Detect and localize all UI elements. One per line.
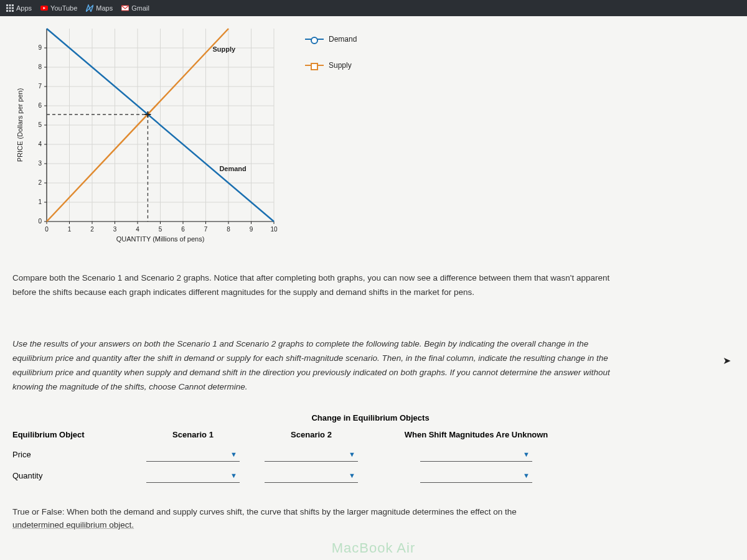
supply-line-icon [305, 65, 324, 66]
gmail-bookmark[interactable]: Gmail [121, 4, 149, 12]
svg-rect-1 [9, 4, 11, 6]
page-content: 0123456789100123456789QUANTITY (Millions… [0, 16, 747, 532]
svg-text:9: 9 [38, 44, 42, 51]
chevron-down-icon: ▼ [523, 472, 530, 479]
dropdown-price-unknown[interactable]: ▼ [420, 448, 532, 462]
chevron-down-icon: ▼ [230, 472, 237, 479]
chevron-down-icon: ▼ [230, 450, 237, 458]
svg-marker-11 [86, 5, 93, 12]
th-equilibrium-object: Equilibrium Object [12, 427, 137, 444]
paragraph-instructions: Use the results of your answers on both … [12, 337, 622, 394]
svg-text:0: 0 [45, 226, 49, 233]
legend-supply[interactable]: Supply [305, 61, 357, 70]
svg-rect-3 [6, 7, 8, 9]
device-watermark: MacBook Air [332, 540, 416, 556]
cursor-icon: ➤ [723, 355, 731, 366]
svg-text:2: 2 [90, 226, 94, 233]
svg-text:3: 3 [38, 160, 42, 167]
svg-rect-0 [6, 4, 8, 6]
dropdown-quantity-scenario2[interactable]: ▼ [265, 469, 358, 483]
th-scenario-1: Scenario 1 [137, 427, 255, 444]
maps-bookmark[interactable]: Maps [86, 4, 113, 12]
dropdown-quantity-unknown[interactable]: ▼ [420, 469, 532, 483]
supply-demand-chart: 0123456789100123456789QUANTITY (Millions… [12, 22, 286, 253]
svg-text:1: 1 [68, 226, 72, 233]
gmail-icon [121, 4, 129, 12]
true-false-question: True or False: When both the demand and … [12, 505, 622, 532]
bookmark-bar: Apps YouTube Maps Gmail [0, 0, 747, 16]
svg-rect-5 [12, 7, 14, 9]
svg-rect-2 [12, 4, 14, 6]
youtube-bookmark[interactable]: YouTube [40, 4, 77, 12]
chevron-down-icon: ▼ [349, 472, 355, 479]
youtube-icon [40, 4, 48, 12]
svg-text:5: 5 [38, 121, 42, 128]
youtube-label: YouTube [50, 4, 77, 12]
table-row: Quantity ▼ ▼ ▼ [12, 465, 585, 487]
svg-text:4: 4 [38, 141, 42, 147]
svg-text:7: 7 [38, 83, 42, 90]
table-row: Price ▼ ▼ ▼ [12, 444, 585, 465]
legend-supply-label: Supply [329, 61, 352, 70]
svg-text:PRICE (Dollars per pen): PRICE (Dollars per pen) [16, 88, 24, 162]
dropdown-price-scenario1[interactable]: ▼ [146, 448, 240, 462]
svg-text:3: 3 [113, 226, 117, 233]
svg-text:Supply: Supply [212, 45, 236, 53]
table-super-header: Change in Equilibrium Objects [156, 413, 585, 422]
row-label-price: Price [12, 444, 137, 465]
maps-label: Maps [96, 4, 113, 12]
th-scenario-2: Scenario 2 [255, 427, 374, 444]
svg-text:4: 4 [136, 226, 139, 233]
svg-text:9: 9 [250, 226, 253, 233]
chevron-down-icon: ▼ [523, 450, 530, 458]
svg-rect-7 [9, 10, 11, 12]
svg-text:2: 2 [38, 179, 42, 186]
apps-grid-icon [6, 4, 14, 12]
th-unknown-magnitudes: When Shift Magnitudes Are Unknown [374, 427, 585, 444]
row-label-quantity: Quantity [12, 465, 137, 487]
legend-demand-label: Demand [329, 35, 357, 44]
svg-text:Demand: Demand [219, 165, 246, 172]
svg-text:7: 7 [204, 226, 208, 233]
svg-rect-4 [9, 7, 11, 9]
paragraph-compare: Compare both the Scenario 1 and Scenario… [12, 271, 622, 300]
dropdown-price-scenario2[interactable]: ▼ [265, 448, 358, 462]
svg-text:0: 0 [38, 218, 42, 225]
svg-text:6: 6 [181, 226, 185, 233]
chevron-down-icon: ▼ [349, 450, 355, 458]
apps-bookmark[interactable]: Apps [6, 4, 32, 12]
chart-legend: Demand Supply [305, 35, 357, 87]
demand-line-icon [305, 39, 324, 40]
svg-text:6: 6 [38, 102, 42, 109]
apps-label: Apps [16, 4, 32, 12]
gmail-label: Gmail [131, 4, 149, 12]
svg-text:8: 8 [227, 226, 230, 233]
svg-rect-6 [6, 10, 8, 12]
svg-text:8: 8 [38, 63, 42, 70]
legend-demand[interactable]: Demand [305, 35, 357, 44]
svg-text:1: 1 [38, 198, 42, 205]
tf-line1: True or False: When both the demand and … [12, 507, 517, 516]
tf-line2: undetermined equilibrium object. [12, 520, 134, 530]
svg-rect-8 [12, 10, 14, 12]
svg-text:QUANTITY (Millions of pens): QUANTITY (Millions of pens) [116, 235, 205, 243]
dropdown-quantity-scenario1[interactable]: ▼ [146, 469, 240, 483]
svg-text:10: 10 [270, 226, 278, 233]
svg-text:5: 5 [159, 226, 162, 233]
maps-icon [86, 4, 93, 12]
equilibrium-table: Change in Equilibrium Objects Equilibriu… [12, 413, 585, 487]
